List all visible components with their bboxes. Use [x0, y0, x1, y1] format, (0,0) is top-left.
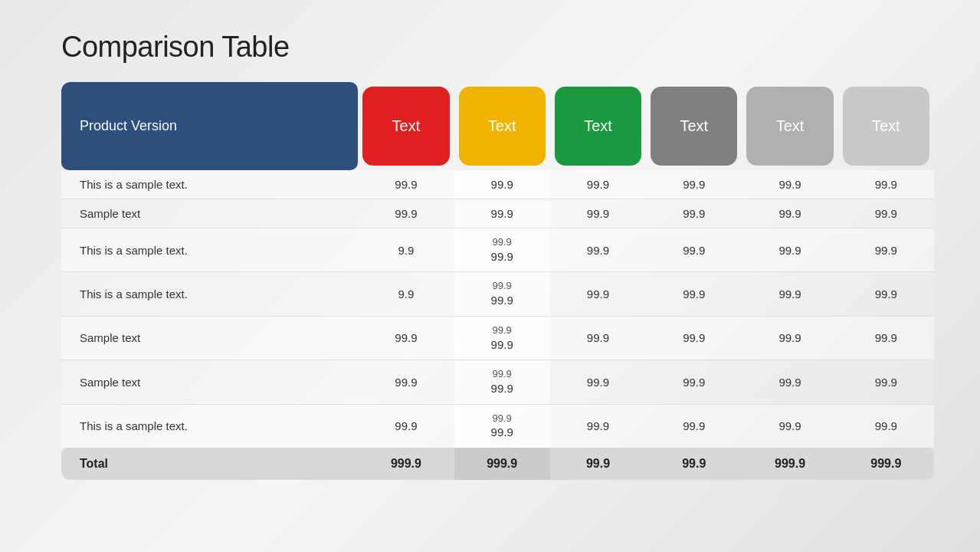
- row-1-col5: 99.9: [742, 170, 837, 199]
- footer-row: Total999.9999.999.999.9999.9999.9: [61, 448, 934, 480]
- row-3-col3: 99.9: [550, 228, 646, 272]
- row-3-col5: 99.9: [742, 228, 837, 272]
- row-1-col4: 99.9: [646, 170, 742, 199]
- footer-col4: 99.9: [646, 448, 742, 480]
- row-6-col3: 99.9: [550, 360, 646, 404]
- table-row: This is a sample text.9.999.999.999.999.…: [61, 272, 934, 316]
- table-row: This is a sample text.9.999.999.999.999.…: [61, 228, 934, 272]
- row-5-col4: 99.9: [646, 317, 742, 360]
- header-col-6: Text: [838, 82, 934, 170]
- row-1-col6: 99.9: [838, 170, 934, 199]
- row-2-col2: 99.9: [454, 199, 550, 228]
- row-4-label: This is a sample text.: [61, 272, 358, 316]
- row-6-col5: 99.9: [742, 360, 837, 404]
- row-5-label: Sample text: [61, 317, 358, 360]
- footer-col1: 999.9: [358, 448, 454, 480]
- header-col-2: Text: [454, 82, 550, 170]
- row-5-col3: 99.9: [550, 317, 646, 360]
- row-2-col1: 99.9: [358, 199, 454, 228]
- row-4-col5: 99.9: [742, 272, 837, 316]
- row-4-col4: 99.9: [646, 272, 742, 316]
- header-col-4: Text: [646, 82, 742, 170]
- row-2-col3: 99.9: [550, 199, 646, 228]
- row-6-col1: 99.9: [358, 360, 454, 404]
- row-7-label: This is a sample text.: [61, 405, 358, 448]
- footer-label: Total: [61, 448, 358, 480]
- row-3-col2: 99.999.9: [454, 228, 550, 272]
- row-5-col1: 99.9: [358, 317, 454, 360]
- table-row: This is a sample text.99.999.999.999.999…: [61, 170, 934, 199]
- row-1-col2: 99.9: [454, 170, 550, 199]
- row-3-label: This is a sample text.: [61, 228, 358, 272]
- row-7-col4: 99.9: [646, 405, 742, 448]
- footer-col3: 99.9: [550, 448, 646, 480]
- page-title: Comparison Table: [61, 31, 290, 64]
- row-2-col5: 99.9: [742, 199, 837, 228]
- row-3-col4: 99.9: [646, 228, 742, 272]
- row-2-col6: 99.9: [838, 199, 934, 228]
- row-1-label: This is a sample text.: [61, 170, 358, 199]
- comparison-table: Product Version TextTextTextTextTextText…: [61, 82, 934, 480]
- row-5-col2: 99.999.9: [454, 317, 550, 360]
- table-row: This is a sample text.99.999.999.999.999…: [61, 405, 934, 448]
- footer-col6: 999.9: [838, 448, 934, 480]
- row-3-col1: 9.9: [358, 228, 454, 272]
- row-2-label: Sample text: [61, 199, 358, 228]
- row-3-col6: 99.9: [838, 228, 934, 272]
- table-row: Sample text99.999.999.999.999.999.999.9: [61, 360, 934, 404]
- row-7-col5: 99.9: [742, 405, 837, 448]
- footer-col2: 999.9: [454, 448, 550, 480]
- header-col-5: Text: [742, 82, 837, 170]
- footer-col5: 999.9: [742, 448, 837, 480]
- row-4-col3: 99.9: [550, 272, 646, 316]
- row-2-col4: 99.9: [646, 199, 742, 228]
- row-5-col6: 99.9: [838, 317, 934, 360]
- table-row: Sample text99.999.999.999.999.999.9: [61, 199, 934, 228]
- table-row: Sample text99.999.999.999.999.999.999.9: [61, 317, 934, 360]
- row-7-col3: 99.9: [550, 405, 646, 448]
- row-4-col2: 99.999.9: [454, 272, 550, 316]
- header-col-3: Text: [550, 82, 646, 170]
- row-1-col1: 99.9: [358, 170, 454, 199]
- row-6-col2: 99.999.9: [454, 360, 550, 404]
- row-1-col3: 99.9: [550, 170, 646, 199]
- row-6-col4: 99.9: [646, 360, 742, 404]
- row-7-col6: 99.9: [838, 405, 934, 448]
- row-7-col1: 99.9: [358, 405, 454, 448]
- row-4-col1: 9.9: [358, 272, 454, 316]
- row-4-col6: 99.9: [838, 272, 934, 316]
- header-label: Product Version: [61, 82, 358, 170]
- header-col-1: Text: [358, 82, 454, 170]
- row-5-col5: 99.9: [742, 317, 837, 360]
- row-7-col2: 99.999.9: [454, 405, 550, 448]
- row-6-col6: 99.9: [838, 360, 934, 404]
- row-6-label: Sample text: [61, 360, 358, 404]
